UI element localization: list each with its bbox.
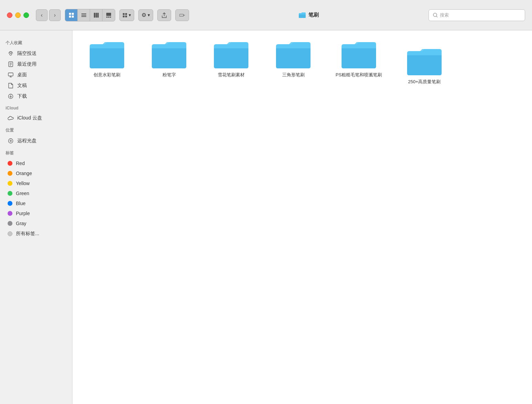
file-name: 创意水彩笔刷	[93, 72, 120, 78]
sidebar-item-recent[interactable]: 最近使用	[2, 59, 70, 69]
sidebar-item-tag-all[interactable]: 所有标签...	[2, 229, 70, 239]
sidebar-item-label: Purple	[16, 211, 30, 216]
sidebar-item-icloud[interactable]: iCloud 云盘	[2, 113, 70, 123]
sidebar-item-tag-orange[interactable]: Orange	[2, 169, 70, 178]
sidebar-item-tag-yellow[interactable]: Yellow	[2, 179, 70, 188]
svg-rect-2	[69, 16, 71, 18]
svg-rect-16	[123, 15, 125, 17]
desktop-icon	[8, 72, 14, 78]
disc-icon	[8, 138, 14, 144]
minimize-button[interactable]	[15, 12, 21, 18]
sidebar-item-label: Red	[16, 161, 25, 166]
section-title-tags: 标签	[0, 149, 72, 158]
svg-rect-1	[72, 13, 74, 15]
section-title-locations: 位置	[0, 126, 72, 135]
svg-point-32	[10, 140, 11, 142]
svg-rect-11	[106, 17, 108, 18]
svg-point-19	[433, 13, 437, 17]
titlebar: ‹ › ▾	[0, 0, 532, 30]
sidebar-item-label: 所有标签...	[16, 231, 39, 237]
sidebar-item-label: Green	[16, 191, 29, 196]
folder-icon	[276, 41, 311, 68]
file-name: 粉笔字	[162, 72, 176, 78]
fullscreen-button[interactable]	[23, 12, 29, 18]
sidebar-item-documents[interactable]: 文稿	[2, 80, 70, 91]
sidebar-item-label: Orange	[16, 171, 32, 176]
tag-purple-dot	[8, 211, 12, 216]
sidebar: 个人收藏 隔空投送 最近使用	[0, 30, 72, 404]
downloads-icon	[8, 93, 14, 99]
file-grid: 创意水彩笔刷 粉笔字 雪花笔刷素材	[86, 41, 518, 85]
file-name: 三角形笔刷	[282, 72, 305, 78]
file-item[interactable]: PS粗糙毛笔和喷溅笔刷	[335, 41, 383, 85]
svg-rect-8	[96, 13, 97, 18]
section-title-favorites: 个人收藏	[0, 39, 72, 48]
sidebar-item-label: 文稿	[17, 83, 27, 89]
tag-all-dot	[8, 231, 12, 236]
section-title-icloud: iCloud	[0, 104, 72, 113]
svg-rect-3	[72, 16, 74, 18]
sidebar-item-remote-disc[interactable]: 远程光盘	[2, 136, 70, 146]
svg-rect-14	[123, 13, 125, 15]
column-view-button[interactable]	[90, 9, 102, 21]
settings-arrow-icon: ▾	[148, 12, 150, 18]
sidebar-item-tag-blue[interactable]: Blue	[2, 199, 70, 208]
folder-icon	[214, 41, 248, 68]
tag-green-dot	[8, 191, 12, 196]
tag-gray-dot	[8, 221, 12, 226]
sidebar-item-tag-red[interactable]: Red	[2, 158, 70, 168]
svg-point-31	[9, 139, 13, 143]
airdrop-icon	[8, 50, 14, 57]
list-view-button[interactable]	[78, 9, 90, 21]
file-item[interactable]: 粉笔字	[148, 41, 190, 85]
svg-rect-17	[125, 15, 127, 17]
file-name: PS粗糙毛笔和喷溅笔刷	[336, 72, 382, 78]
close-button[interactable]	[7, 12, 12, 18]
sidebar-item-tag-green[interactable]: Green	[2, 189, 70, 198]
nav-buttons: ‹ ›	[36, 9, 61, 21]
file-name: 250+高质量笔刷	[408, 79, 441, 85]
search-box[interactable]: 搜索	[428, 9, 525, 21]
sidebar-item-label: 桌面	[17, 72, 27, 78]
svg-rect-15	[125, 13, 127, 15]
sidebar-item-tag-purple[interactable]: Purple	[2, 209, 70, 218]
sidebar-item-label: 远程光盘	[17, 138, 37, 144]
svg-rect-13	[110, 17, 111, 18]
svg-rect-4	[81, 13, 86, 14]
window-title: 笔刷	[308, 12, 319, 18]
documents-icon	[8, 83, 14, 89]
file-item[interactable]: 创意水彩笔刷	[86, 41, 128, 85]
svg-rect-10	[106, 13, 111, 16]
sidebar-item-desktop[interactable]: 桌面	[2, 70, 70, 80]
file-name: 雪花笔刷素材	[218, 72, 245, 78]
svg-rect-7	[94, 13, 95, 18]
traffic-lights	[7, 12, 29, 18]
svg-rect-5	[81, 15, 86, 16]
back-button[interactable]: ‹	[36, 9, 48, 21]
gallery-view-button[interactable]	[102, 9, 115, 21]
sidebar-item-label: Gray	[16, 221, 26, 226]
file-item[interactable]: 250+高质量笔刷	[404, 48, 445, 85]
file-item[interactable]: 三角形笔刷	[273, 41, 314, 85]
sidebar-item-label: Yellow	[16, 181, 30, 186]
svg-point-21	[10, 53, 12, 55]
window-title-area: 笔刷	[193, 12, 424, 18]
svg-rect-0	[69, 13, 71, 15]
sidebar-item-label: Blue	[16, 201, 26, 206]
folder-icon	[342, 41, 376, 68]
content-area: 创意水彩笔刷 粉笔字 雪花笔刷素材	[72, 30, 532, 404]
file-item[interactable]: 雪花笔刷素材	[210, 41, 252, 85]
settings-dropdown[interactable]: ⚙ ▾	[138, 9, 153, 21]
arrange-dropdown[interactable]: ▾	[119, 9, 134, 21]
sidebar-item-tag-gray[interactable]: Gray	[2, 219, 70, 228]
sidebar-item-airdrop[interactable]: 隔空投送	[2, 48, 70, 59]
icon-view-button[interactable]	[65, 9, 78, 21]
share-button[interactable]	[157, 9, 171, 21]
sidebar-item-downloads[interactable]: 下载	[2, 91, 70, 102]
main-layout: 个人收藏 隔空投送 最近使用	[0, 30, 532, 404]
svg-rect-9	[97, 13, 99, 18]
svg-rect-18	[179, 14, 184, 16]
folder-title-icon	[299, 12, 306, 18]
forward-button[interactable]: ›	[49, 9, 61, 21]
tag-button[interactable]	[175, 9, 189, 21]
